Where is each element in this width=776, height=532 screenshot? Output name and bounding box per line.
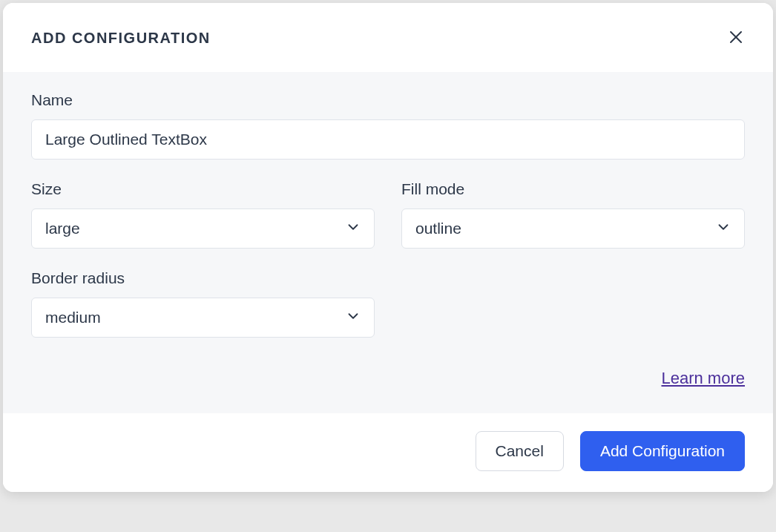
size-select-value: large	[45, 220, 80, 237]
name-field-group: Name	[31, 91, 745, 160]
add-configuration-modal: ADD CONFIGURATION Name Size large	[3, 3, 773, 492]
fill-mode-select-value: outline	[415, 220, 461, 237]
modal-title: ADD CONFIGURATION	[31, 30, 211, 47]
close-button[interactable]	[724, 25, 748, 51]
name-input[interactable]	[31, 119, 745, 160]
size-select[interactable]: large	[31, 208, 375, 249]
modal-body: Name Size large Fill mode	[3, 72, 773, 413]
border-radius-field-group: Border radius medium	[31, 269, 375, 338]
size-field-group: Size large	[31, 180, 375, 249]
add-configuration-button[interactable]: Add Configuration	[580, 431, 745, 471]
fill-mode-label: Fill mode	[401, 180, 745, 198]
modal-header: ADD CONFIGURATION	[3, 3, 773, 72]
modal-footer: Cancel Add Configuration	[3, 413, 773, 492]
size-label: Size	[31, 180, 375, 198]
cancel-button[interactable]: Cancel	[476, 431, 564, 471]
border-radius-select[interactable]: medium	[31, 298, 375, 338]
border-radius-select-value: medium	[45, 309, 101, 326]
name-label: Name	[31, 91, 745, 109]
learn-more-link[interactable]: Learn more	[661, 369, 745, 388]
close-icon	[727, 28, 745, 48]
fill-mode-field-group: Fill mode outline	[401, 180, 745, 269]
fill-mode-select[interactable]: outline	[401, 208, 745, 249]
border-radius-label: Border radius	[31, 269, 375, 287]
learn-more-row: Learn more	[31, 369, 745, 388]
